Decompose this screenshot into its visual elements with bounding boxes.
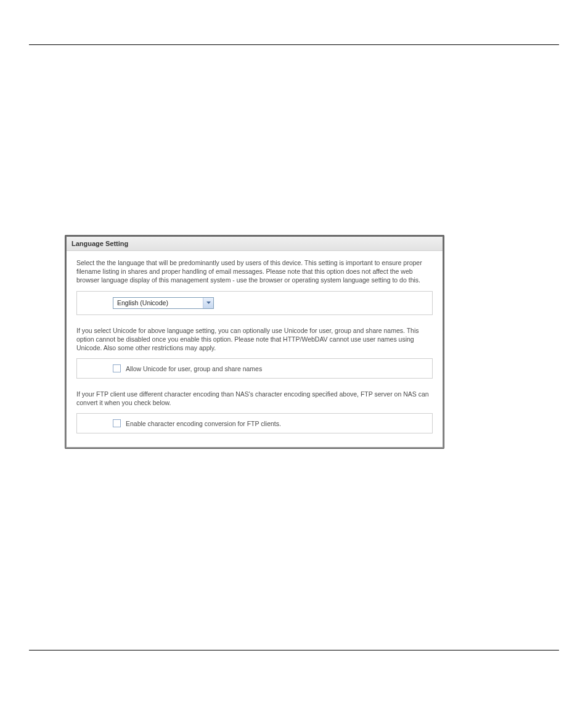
unicode-description: If you select Unicode for above language… [76, 326, 433, 353]
svg-marker-0 [206, 302, 211, 304]
language-select-row: English (Unicode) [76, 291, 433, 315]
allow-unicode-label: Allow Unicode for user, group and share … [126, 365, 262, 372]
chevron-down-icon[interactable] [203, 298, 213, 308]
language-select-value: English (Unicode) [113, 299, 203, 306]
top-horizontal-rule [29, 44, 559, 45]
bottom-horizontal-rule [29, 650, 559, 651]
panel-title: Language Setting [67, 237, 443, 251]
language-description: Select the the language that will be pre… [76, 258, 433, 285]
allow-unicode-row: Allow Unicode for user, group and share … [76, 358, 433, 379]
ftp-convert-label: Enable character encoding conversion for… [126, 420, 281, 427]
panel-inner: Language Setting Select the the language… [67, 237, 443, 447]
allow-unicode-checkbox[interactable] [113, 364, 121, 372]
language-setting-panel: Language Setting Select the the language… [65, 235, 444, 449]
language-select[interactable]: English (Unicode) [113, 297, 214, 309]
ftp-convert-row: Enable character encoding conversion for… [76, 413, 433, 433]
ftp-convert-checkbox[interactable] [113, 419, 121, 427]
panel-body: Select the the language that will be pre… [67, 251, 443, 447]
ftp-description: If your FTP client use different charact… [76, 390, 433, 407]
